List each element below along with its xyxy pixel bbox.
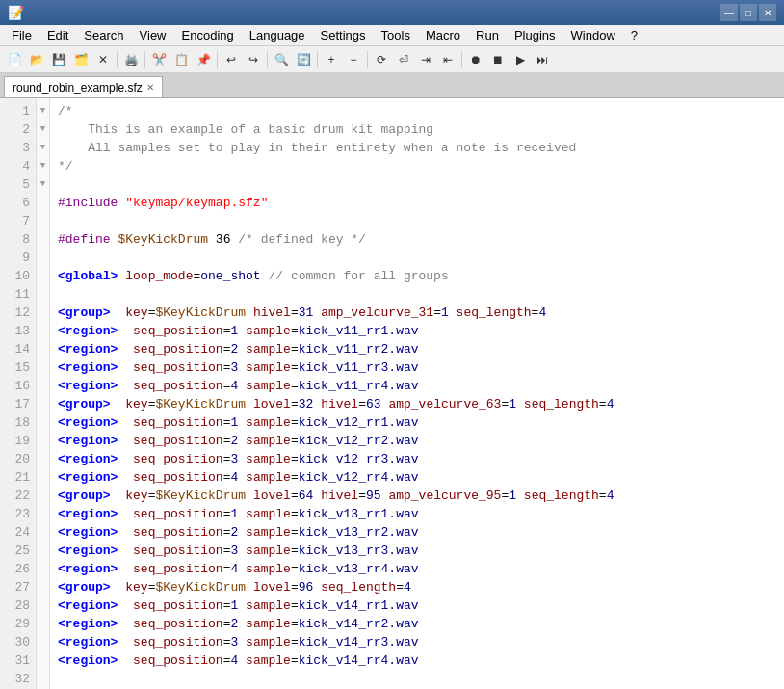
code-line: <region> seq_position=1 sample=kick_v11_… xyxy=(58,322,776,340)
code-line: <group> key=$KeyKickDrum hivel=31 amp_ve… xyxy=(58,304,776,322)
menu-language[interactable]: Language xyxy=(242,26,313,44)
macro-play-button[interactable]: ▶ xyxy=(510,49,531,70)
menu-run[interactable]: Run xyxy=(468,26,507,44)
paste-button[interactable]: 📌 xyxy=(193,49,214,70)
code-line: <region> seq_position=4 sample=kick_v12_… xyxy=(58,468,776,487)
line-number: 19 xyxy=(4,432,30,450)
wrap-button[interactable]: ⏎ xyxy=(393,49,414,70)
line-number: 3 xyxy=(4,139,30,157)
code-line xyxy=(58,285,776,304)
fold-icon[interactable]: ▼ xyxy=(40,120,45,139)
editor-container: 1234567891011121314151617181920212223242… xyxy=(0,98,784,689)
menu-settings[interactable]: Settings xyxy=(313,26,374,44)
close-button2[interactable]: ✕ xyxy=(92,49,114,70)
code-line: <region> seq_position=1 sample=kick_v13_… xyxy=(58,505,776,523)
menu-window[interactable]: Window xyxy=(563,26,623,44)
toolbar-sep-7 xyxy=(461,51,462,68)
line-number: 29 xyxy=(4,615,30,633)
find-button[interactable]: 🔍 xyxy=(271,49,292,70)
toolbar-sep-1 xyxy=(117,51,118,68)
save-all-button[interactable]: 🗂️ xyxy=(70,49,91,70)
copy-button[interactable]: 📋 xyxy=(170,49,192,70)
line-number: 6 xyxy=(4,194,30,212)
indent-button[interactable]: ⇥ xyxy=(415,49,436,70)
save-button[interactable]: 💾 xyxy=(48,49,69,70)
line-numbers: 1234567891011121314151617181920212223242… xyxy=(0,98,37,689)
replace-button[interactable]: 🔄 xyxy=(293,49,314,70)
code-line: */ xyxy=(58,157,776,175)
fold-margin: ▼ ▼ ▼ ▼ ▼ xyxy=(37,98,50,689)
zoom-out-button[interactable]: − xyxy=(343,49,364,70)
tab-bar: round_robin_example.sfz ✕ xyxy=(0,73,784,98)
print-button[interactable]: 🖨️ xyxy=(120,49,142,70)
cut-button[interactable]: ✂️ xyxy=(148,49,170,70)
menu-help[interactable]: ? xyxy=(623,26,645,44)
menu-encoding[interactable]: Encoding xyxy=(174,26,242,44)
line-number: 17 xyxy=(4,395,30,413)
code-line: This is an example of a basic drum kit m… xyxy=(58,120,776,139)
code-line: <group> key=$KeyKickDrum lovel=64 hivel=… xyxy=(58,487,776,505)
app-icon: 📝 xyxy=(8,5,24,20)
line-number: 24 xyxy=(4,523,30,542)
macro-rec-button[interactable]: ⏺ xyxy=(465,49,486,70)
line-number: 1 xyxy=(4,102,30,120)
fold-icon[interactable]: ▼ xyxy=(40,175,45,194)
line-number: 28 xyxy=(4,596,30,615)
menu-search[interactable]: Search xyxy=(76,26,131,44)
maximize-button[interactable]: □ xyxy=(740,4,757,21)
fold-icon[interactable]: ▼ xyxy=(40,102,45,120)
code-line: <global> loop_mode=one_shot // common fo… xyxy=(58,267,776,285)
menu-edit[interactable]: Edit xyxy=(39,26,76,44)
line-number: 21 xyxy=(4,468,30,487)
new-button[interactable]: 📄 xyxy=(4,49,25,70)
menu-view[interactable]: View xyxy=(132,26,174,44)
minimize-button[interactable]: — xyxy=(720,4,738,21)
redo-button[interactable]: ↪ xyxy=(243,49,264,70)
code-line: <region> seq_position=4 sample=kick_v14_… xyxy=(58,651,776,670)
tab-main-file[interactable]: round_robin_example.sfz ✕ xyxy=(4,76,163,97)
code-line: <region> seq_position=1 sample=kick_v14_… xyxy=(58,596,776,615)
code-line xyxy=(58,212,776,230)
line-number: 15 xyxy=(4,358,30,377)
fold-icon[interactable]: ▼ xyxy=(40,139,45,157)
code-line: <region> seq_position=4 sample=kick_v13_… xyxy=(58,560,776,578)
code-line: <region> seq_position=3 sample=kick_v12_… xyxy=(58,450,776,468)
toolbar-sep-2 xyxy=(144,51,145,68)
undo-button[interactable]: ↩ xyxy=(221,49,242,70)
code-line xyxy=(58,175,776,194)
menu-tools[interactable]: Tools xyxy=(374,26,418,44)
sync-button[interactable]: ⟳ xyxy=(371,49,392,70)
code-line: <region> seq_position=3 sample=kick_v11_… xyxy=(58,358,776,377)
code-line: #include "keymap/keymap.sfz" xyxy=(58,194,776,212)
macro-run-button[interactable]: ⏭ xyxy=(532,49,553,70)
toolbar-sep-4 xyxy=(267,51,268,68)
menu-file[interactable]: File xyxy=(4,26,39,44)
line-number: 13 xyxy=(4,322,30,340)
line-number: 10 xyxy=(4,267,30,285)
line-number: 23 xyxy=(4,505,30,523)
unindent-button[interactable]: ⇤ xyxy=(437,49,458,70)
line-number: 25 xyxy=(4,542,30,560)
line-number: 30 xyxy=(4,633,30,651)
line-number: 8 xyxy=(4,230,30,249)
zoom-in-button[interactable]: + xyxy=(321,49,342,70)
line-number: 14 xyxy=(4,340,30,358)
menu-macro[interactable]: Macro xyxy=(418,26,468,44)
code-line: <group> key=$KeyKickDrum lovel=96 seq_le… xyxy=(58,578,776,596)
code-line: <region> seq_position=2 sample=kick_v11_… xyxy=(58,340,776,358)
code-line: All samples set to play in their entiret… xyxy=(58,139,776,157)
fold-icon[interactable]: ▼ xyxy=(40,157,45,175)
open-button[interactable]: 📂 xyxy=(26,49,47,70)
line-number: 27 xyxy=(4,578,30,596)
line-number: 11 xyxy=(4,285,30,304)
code-area[interactable]: /* This is an example of a basic drum ki… xyxy=(50,98,784,689)
toolbar-sep-5 xyxy=(317,51,318,68)
line-number: 7 xyxy=(4,212,30,230)
toolbar-sep-6 xyxy=(367,51,368,68)
code-line: /* xyxy=(58,102,776,120)
tab-close-icon[interactable]: ✕ xyxy=(146,82,154,93)
close-button[interactable]: ✕ xyxy=(759,4,776,21)
macro-stop-button[interactable]: ⏹ xyxy=(487,49,509,70)
code-line: <region> seq_position=2 sample=kick_v14_… xyxy=(58,615,776,633)
menu-plugins[interactable]: Plugins xyxy=(507,26,563,44)
